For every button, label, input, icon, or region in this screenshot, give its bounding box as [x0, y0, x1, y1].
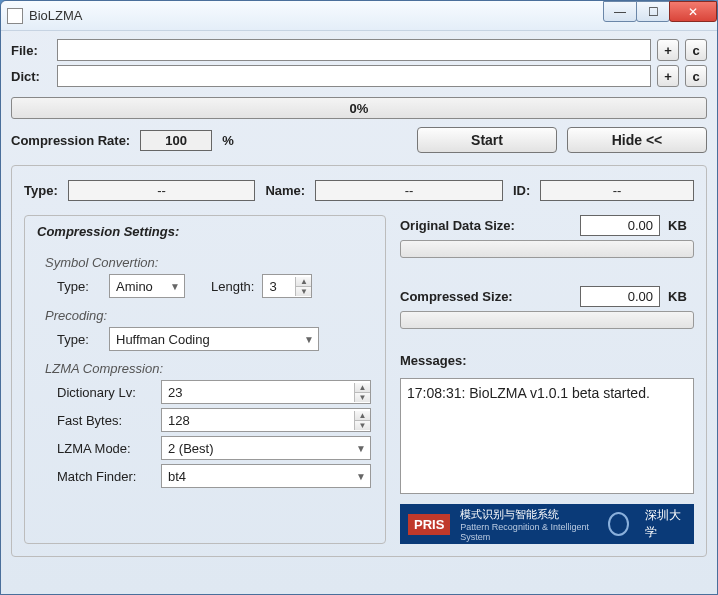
- compressed-size-unit: KB: [668, 289, 694, 304]
- app-icon: [7, 8, 23, 24]
- compressed-size-value: 0.00: [580, 286, 660, 307]
- hide-button[interactable]: Hide <<: [567, 127, 707, 153]
- columns: Compression Settings: Symbol Convertion:…: [24, 215, 694, 544]
- window-title: BioLZMA: [29, 8, 82, 23]
- banner-en: Pattern Recognition & Intelligent System: [460, 522, 598, 542]
- original-size-value: 0.00: [580, 215, 660, 236]
- match-finder-combo[interactable]: bt4 ▼: [161, 464, 371, 488]
- original-size-block: Original Data Size: 0.00 KB: [400, 215, 694, 258]
- symbol-length-spinner[interactable]: 3 ▲▼: [262, 274, 312, 298]
- start-button[interactable]: Start: [417, 127, 557, 153]
- settings-column: Compression Settings: Symbol Convertion:…: [24, 215, 386, 544]
- chevron-down-icon: ▼: [304, 334, 314, 345]
- file-add-button[interactable]: +: [657, 39, 679, 61]
- match-finder-label: Match Finder:: [57, 469, 153, 484]
- close-button[interactable]: ✕: [669, 1, 717, 22]
- id-label: ID:: [513, 183, 530, 198]
- chevron-down-icon: ▼: [356, 471, 366, 482]
- minimize-button[interactable]: —: [603, 1, 637, 22]
- compressed-size-label: Compressed Size:: [400, 289, 572, 304]
- content-area: File: + c Dict: + c 0% Compression Rate:…: [1, 31, 717, 565]
- university-seal-icon: [608, 512, 629, 536]
- titlebar[interactable]: BioLZMA — ☐ ✕: [1, 1, 717, 31]
- banner-cn: 模式识别与智能系统: [460, 507, 598, 522]
- symbol-type-label: Type:: [57, 279, 101, 294]
- precoding-type-combo[interactable]: Huffman Coding ▼: [109, 327, 319, 351]
- lzma-mode-combo[interactable]: 2 (Best) ▼: [161, 436, 371, 460]
- symbol-length-label: Length:: [211, 279, 254, 294]
- type-label: Type:: [24, 183, 58, 198]
- precoding-title: Precoding:: [45, 308, 371, 323]
- meta-strip: Type: -- Name: -- ID: --: [24, 180, 694, 201]
- maximize-button[interactable]: ☐: [636, 1, 670, 22]
- main-progress-bar: 0%: [11, 97, 707, 119]
- file-input[interactable]: [57, 39, 651, 61]
- dict-label: Dict:: [11, 69, 51, 84]
- chevron-down-icon: ▼: [356, 443, 366, 454]
- dict-add-button[interactable]: +: [657, 65, 679, 87]
- id-value: --: [540, 180, 694, 201]
- lzma-title: LZMA Compression:: [45, 361, 371, 376]
- symbol-title: Symbol Convertion:: [45, 255, 371, 270]
- fast-bytes-label: Fast Bytes:: [57, 413, 153, 428]
- type-value: --: [68, 180, 256, 201]
- fast-bytes-spinner[interactable]: 128 ▲▼: [161, 408, 371, 432]
- compressed-size-block: Compressed Size: 0.00 KB: [400, 286, 694, 329]
- rate-row: Compression Rate: 100 % Start Hide <<: [11, 127, 707, 153]
- footer-banner: PRIS 模式识别与智能系统 Pattern Recognition & Int…: [400, 504, 694, 544]
- settings-legend: Compression Settings:: [33, 224, 183, 239]
- lzma-mode-label: LZMA Mode:: [57, 441, 153, 456]
- messages-label: Messages:: [400, 353, 694, 368]
- original-size-label: Original Data Size:: [400, 218, 572, 233]
- compressed-size-progress: [400, 311, 694, 329]
- dict-lv-spinner[interactable]: 23 ▲▼: [161, 380, 371, 404]
- name-label: Name:: [265, 183, 305, 198]
- name-value: --: [315, 180, 503, 201]
- pris-logo: PRIS: [408, 514, 450, 535]
- settings-group: Compression Settings: Symbol Convertion:…: [24, 215, 386, 544]
- messages-box[interactable]: 17:08:31: BioLZMA v1.0.1 beta started.: [400, 378, 694, 494]
- precoding-type-label: Type:: [57, 332, 101, 347]
- file-clear-button[interactable]: c: [685, 39, 707, 61]
- dict-row: Dict: + c: [11, 65, 707, 87]
- details-panel: Type: -- Name: -- ID: -- Compression Set…: [11, 165, 707, 557]
- dict-lv-label: Dictionary Lv:: [57, 385, 153, 400]
- window-controls: — ☐ ✕: [604, 1, 717, 22]
- dict-input[interactable]: [57, 65, 651, 87]
- rate-label: Compression Rate:: [11, 133, 130, 148]
- rate-unit: %: [222, 133, 234, 148]
- file-label: File:: [11, 43, 51, 58]
- messages-text: 17:08:31: BioLZMA v1.0.1 beta started.: [407, 385, 687, 401]
- app-window: BioLZMA — ☐ ✕ File: + c Dict: + c 0% Com…: [0, 0, 718, 595]
- rate-value: 100: [140, 130, 212, 151]
- chevron-down-icon: ▼: [170, 281, 180, 292]
- stats-column: Original Data Size: 0.00 KB Compressed S…: [400, 215, 694, 544]
- original-size-unit: KB: [668, 218, 694, 233]
- dict-clear-button[interactable]: c: [685, 65, 707, 87]
- university-name: 深圳大学: [645, 507, 686, 541]
- progress-text: 0%: [350, 101, 369, 116]
- symbol-type-combo[interactable]: Amino ▼: [109, 274, 185, 298]
- file-row: File: + c: [11, 39, 707, 61]
- original-size-progress: [400, 240, 694, 258]
